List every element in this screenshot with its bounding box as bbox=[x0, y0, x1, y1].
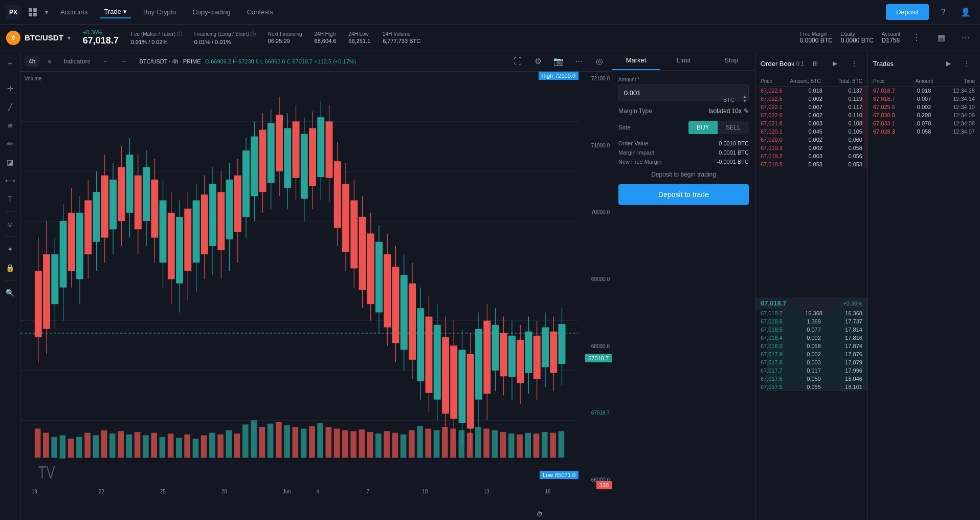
svg-rect-165 bbox=[276, 422, 282, 458]
ob-ask-row[interactable]: 67,022.0 0.002 0.110 bbox=[755, 111, 867, 119]
svg-rect-19 bbox=[76, 213, 83, 279]
price-change: +0.36% bbox=[83, 29, 119, 35]
amount-down-arrow[interactable]: ▼ bbox=[743, 99, 747, 103]
svg-rect-147 bbox=[126, 435, 132, 458]
svg-rect-53 bbox=[217, 192, 225, 250]
ob-ask-row[interactable]: 67,022.5 0.002 0.119 bbox=[755, 95, 867, 103]
crosshair-tool[interactable]: ✛ bbox=[2, 80, 18, 97]
ob-bid-row[interactable]: 67,017.7 0.117 17.996 bbox=[755, 366, 867, 375]
ob-ask-row[interactable]: 67,022.1 0.007 0.117 bbox=[755, 103, 867, 111]
add-tool-button[interactable]: + bbox=[2, 55, 18, 72]
svg-rect-49 bbox=[201, 194, 208, 254]
ob-bid-row[interactable]: 67,017.5 0.055 18.101 bbox=[755, 383, 867, 391]
ob-bid-row[interactable]: 67,017.9 0.002 17.876 bbox=[755, 350, 867, 358]
brush-tool[interactable]: ≋ bbox=[2, 117, 18, 134]
symbol-chevron[interactable]: ▾ bbox=[68, 34, 71, 41]
search-tool[interactable]: 🔍 bbox=[2, 285, 18, 301]
watch-icon[interactable]: ◎ bbox=[591, 53, 608, 70]
ob-more-icon[interactable]: ⋮ bbox=[846, 55, 862, 72]
svg-rect-59 bbox=[242, 150, 250, 217]
layout-icon[interactable]: ▦ bbox=[933, 30, 949, 46]
ob-play-icon[interactable]: ▶ bbox=[827, 55, 843, 72]
svg-rect-73 bbox=[301, 134, 308, 199]
ob-layout-icon[interactable]: ⊞ bbox=[807, 55, 823, 72]
chart-container[interactable]: Volume bbox=[20, 72, 612, 520]
ob-bid-row[interactable]: 67,018.6 1.369 17.737 bbox=[755, 317, 867, 326]
symbol-price-group: +0.36% 67,018.7 bbox=[83, 29, 119, 46]
fullscreen-icon[interactable]: ⛶ bbox=[509, 53, 526, 70]
ob-ask-row[interactable]: 67,018.8 0.053 0.053 bbox=[755, 160, 867, 168]
apps-icon[interactable] bbox=[29, 8, 37, 16]
deposit-header-button[interactable]: Deposit bbox=[886, 4, 929, 20]
deposit-trade-button[interactable]: Deposit to trade bbox=[618, 184, 749, 205]
svg-rect-164 bbox=[268, 424, 274, 458]
chart-right-controls: ⛶ ⚙ 📷 ⋯ ◎ bbox=[509, 53, 608, 70]
ob-ask-row[interactable]: 67,021.8 0.003 0.108 bbox=[755, 119, 867, 127]
ob-ask-row[interactable]: 67,020.0 0.002 0.060 bbox=[755, 136, 867, 144]
undo-button[interactable]: ← bbox=[98, 56, 113, 67]
ob-bid-row[interactable]: 67,017.6 0.050 18.046 bbox=[755, 375, 867, 383]
chart-clock-icon[interactable]: ⏱ bbox=[537, 511, 543, 518]
candlestick-chart: TV bbox=[20, 72, 578, 487]
nav-contests[interactable]: Contests bbox=[243, 6, 277, 18]
chart-type-button[interactable]: ≡ bbox=[43, 56, 55, 67]
svg-rect-145 bbox=[109, 434, 116, 458]
trades-header: Trades ▶ ⋮ bbox=[868, 51, 980, 76]
amount-up-arrow[interactable]: ▲ bbox=[743, 95, 747, 99]
margin-type-value[interactable]: Isolated 10x ✎ bbox=[708, 107, 749, 115]
nav-accounts[interactable]: Accounts bbox=[56, 6, 92, 18]
apps-chevron[interactable]: ▾ bbox=[45, 9, 48, 16]
settings-chart-icon[interactable]: ⚙ bbox=[530, 53, 546, 70]
tab-market[interactable]: Market bbox=[612, 51, 660, 70]
tab-limit[interactable]: Limit bbox=[660, 51, 707, 70]
equity-label: Equity bbox=[841, 31, 874, 37]
ob-ask-row[interactable]: 67,022.6 0.018 0.137 bbox=[755, 86, 867, 95]
trades-play-icon[interactable]: ▶ bbox=[940, 55, 956, 72]
indicators-button[interactable]: Indicators bbox=[59, 56, 94, 67]
nav-trade[interactable]: Trade ▾ bbox=[100, 6, 130, 18]
symbol-info[interactable]: ₿ BTC/USDT ▾ bbox=[6, 31, 71, 45]
shapes-tool[interactable]: ◪ bbox=[2, 154, 18, 170]
tab-stop[interactable]: Stop bbox=[707, 51, 755, 70]
margin-edit-icon[interactable]: ✎ bbox=[744, 107, 749, 115]
svg-rect-163 bbox=[259, 427, 265, 458]
trades-more-icon[interactable]: ⋮ bbox=[959, 55, 975, 72]
account-icon[interactable]: 👤 bbox=[957, 4, 974, 20]
header: PX ▾ Accounts Trade ▾ Buy Crypto Copy-tr… bbox=[0, 0, 980, 25]
text-tool[interactable]: T bbox=[2, 191, 18, 207]
ob-bid-row[interactable]: 67,018.0 0.058 17.874 bbox=[755, 342, 867, 350]
buy-button[interactable]: BUY bbox=[688, 121, 718, 134]
help-icon[interactable]: ? bbox=[935, 4, 951, 20]
new-free-margin-value: -0.0001 BTC bbox=[717, 159, 749, 165]
line-tool[interactable]: ╱ bbox=[2, 99, 18, 115]
timeframe-4h[interactable]: 4h bbox=[25, 56, 39, 67]
lock-tool[interactable]: 🔒 bbox=[2, 259, 18, 276]
magnet-tool[interactable]: ✦ bbox=[2, 241, 18, 257]
ruler-tool[interactable]: ⟷ bbox=[2, 172, 18, 189]
emoji-tool[interactable]: ☺ bbox=[2, 216, 18, 232]
draw-tool[interactable]: ✏ bbox=[2, 136, 18, 152]
ob-bid-row[interactable]: 67,018.7 16.368 16.368 bbox=[755, 309, 867, 317]
sell-button[interactable]: SELL bbox=[718, 121, 749, 134]
bar-330-label: 330 bbox=[596, 481, 612, 489]
nav-buy-crypto[interactable]: Buy Crypto bbox=[139, 6, 180, 18]
svg-rect-41 bbox=[168, 213, 175, 279]
snapshot-icon[interactable]: 📷 bbox=[550, 53, 567, 70]
svg-rect-172 bbox=[334, 428, 340, 458]
settings-icon[interactable]: ⋯ bbox=[957, 30, 974, 46]
btc-icon: ₿ bbox=[6, 31, 20, 45]
trades-controls: ▶ ⋮ bbox=[940, 55, 975, 72]
ob-bid-row[interactable]: 67,018.5 0.077 17.814 bbox=[755, 326, 867, 334]
svg-rect-167 bbox=[293, 427, 299, 458]
ob-ask-row[interactable]: 67,019.3 0.002 0.058 bbox=[755, 144, 867, 152]
ob-ask-row[interactable]: 67,020.1 0.045 0.105 bbox=[755, 127, 867, 136]
ob-bid-row[interactable]: 67,018.4 0.002 17.816 bbox=[755, 334, 867, 342]
more-chart-icon[interactable]: ⋯ bbox=[571, 53, 587, 70]
svg-text:TV: TV bbox=[38, 462, 55, 483]
redo-button[interactable]: → bbox=[117, 56, 131, 67]
ob-ask-row[interactable]: 67,019.2 0.003 0.056 bbox=[755, 152, 867, 160]
side-row: Side BUY SELL bbox=[618, 121, 749, 134]
more-options-icon[interactable]: ⋮ bbox=[908, 30, 925, 46]
ob-bid-row[interactable]: 67,017.8 0.003 17.879 bbox=[755, 358, 867, 366]
nav-copy-trading[interactable]: Copy-trading bbox=[188, 6, 234, 18]
